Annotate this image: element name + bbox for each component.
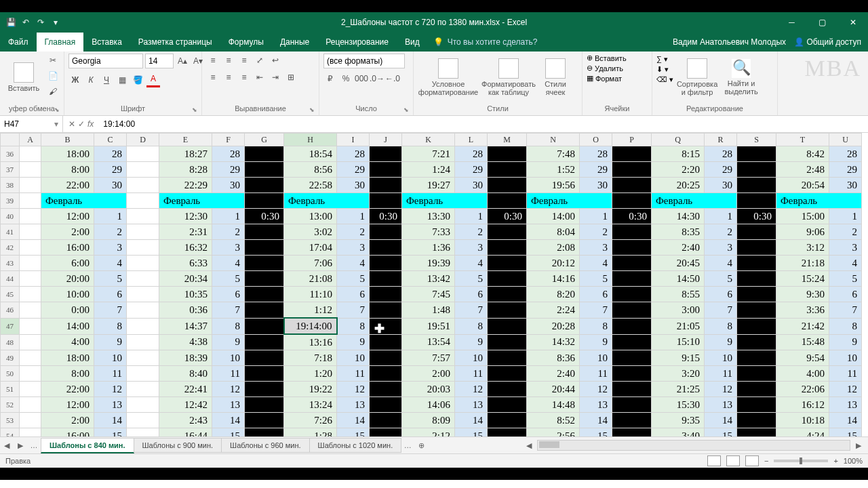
cell[interactable] [245, 146, 284, 162]
cell[interactable] [370, 287, 402, 302]
row-header[interactable]: 38 [1, 178, 20, 193]
autosum-button[interactable]: ∑ ▾ [656, 55, 673, 64]
cell[interactable]: 4:38 [159, 334, 212, 350]
cell[interactable]: 19:22 [284, 382, 337, 397]
delete-cells-button[interactable]: ⊖ Удалить [587, 64, 623, 73]
cell[interactable]: 22:00 [41, 382, 94, 397]
cell[interactable] [20, 209, 41, 224]
new-sheet-button[interactable]: ⊕ [414, 441, 428, 450]
cell[interactable]: 10 [580, 350, 612, 366]
cell[interactable] [20, 318, 41, 334]
cell[interactable]: 3:20 [652, 366, 705, 382]
user-name[interactable]: Вадим Анатольевич Молодых [673, 37, 786, 47]
cell[interactable] [737, 318, 776, 334]
col-header[interactable]: F [212, 134, 245, 146]
cell[interactable]: 19:56 [527, 178, 580, 193]
col-header[interactable]: S [737, 134, 776, 146]
insert-cells-button[interactable]: ⊕ Вставить [587, 54, 627, 62]
cell[interactable]: 4:00 [776, 366, 829, 382]
cell[interactable]: 8:04 [527, 224, 580, 240]
cell[interactable]: 22:06 [776, 382, 829, 397]
cell[interactable]: 30 [829, 178, 862, 193]
cell[interactable]: 30 [705, 178, 737, 193]
cell[interactable] [370, 382, 402, 397]
cell[interactable]: 17:04 [284, 240, 337, 256]
cell[interactable] [612, 397, 652, 413]
sheet-tab[interactable]: Шаблоны с 900 мин. [134, 438, 222, 453]
cell[interactable]: 9:30 [776, 287, 829, 302]
cell[interactable]: 7:33 [402, 224, 455, 240]
cell[interactable]: 13 [337, 397, 370, 413]
cell[interactable] [737, 271, 776, 287]
cell[interactable] [488, 178, 527, 193]
cell[interactable] [20, 287, 41, 302]
cell[interactable] [245, 318, 284, 334]
cell[interactable] [488, 428, 527, 437]
cell[interactable]: 22:00 [41, 178, 94, 193]
cell[interactable]: 7 [705, 302, 737, 319]
cell[interactable] [127, 334, 159, 350]
normal-view-icon[interactable] [707, 455, 721, 466]
cell[interactable] [488, 302, 527, 319]
cell[interactable]: 11:10 [284, 287, 337, 302]
cell[interactable]: 15:10 [652, 334, 705, 350]
cell[interactable]: 10 [212, 350, 245, 366]
cell[interactable]: 19:51 [402, 318, 455, 334]
dec-decimal-icon[interactable]: ←.0 [386, 72, 399, 85]
cell[interactable]: 10 [94, 350, 127, 366]
cell[interactable]: 7 [829, 302, 862, 319]
cell[interactable]: 30 [580, 178, 612, 193]
tab-review[interactable]: Рецензирование [317, 33, 397, 52]
cell[interactable] [370, 366, 402, 382]
cell[interactable]: Февраль [402, 193, 488, 209]
zoom-in-button[interactable]: + [833, 457, 837, 465]
cell[interactable]: 1:28 [284, 428, 337, 437]
indent-inc-icon[interactable]: ⇥ [269, 70, 282, 84]
cell[interactable] [127, 318, 159, 334]
cell[interactable]: 2:40 [527, 366, 580, 382]
formula-input[interactable]: 19:14:00 [99, 119, 868, 129]
cell[interactable]: 13 [705, 397, 737, 413]
cell[interactable]: 16:32 [159, 240, 212, 256]
format-table-button[interactable]: Форматировать как таблицу [481, 54, 536, 101]
cell[interactable]: 21:18 [776, 256, 829, 271]
cell[interactable] [370, 240, 402, 256]
cell[interactable]: 18:27 [159, 146, 212, 162]
cell[interactable]: 10:00 [41, 287, 94, 302]
cell[interactable]: 14:06 [402, 397, 455, 413]
cell[interactable] [245, 178, 284, 193]
cell[interactable]: 7:21 [402, 146, 455, 162]
col-header[interactable]: H [284, 134, 337, 146]
row-header[interactable]: 46 [1, 302, 20, 319]
cell[interactable]: 4 [94, 256, 127, 271]
cell[interactable] [612, 178, 652, 193]
cell[interactable]: 10:18 [776, 413, 829, 428]
cell[interactable] [737, 256, 776, 271]
cell[interactable] [127, 193, 159, 209]
cell[interactable]: 1:36 [402, 240, 455, 256]
fx-icon[interactable]: fx [87, 119, 94, 129]
cell[interactable] [488, 350, 527, 366]
cell[interactable] [737, 162, 776, 178]
cell[interactable] [488, 271, 527, 287]
paste-button[interactable]: Вставить [4, 54, 43, 101]
cell[interactable]: 1:12 [284, 302, 337, 319]
cell[interactable]: 14 [212, 413, 245, 428]
cell[interactable]: 8:40 [159, 366, 212, 382]
tab-layout[interactable]: Разметка страницы [130, 33, 220, 52]
cell[interactable]: 2:00 [402, 366, 455, 382]
cell[interactable]: 15 [580, 428, 612, 437]
row-header[interactable]: 44 [1, 271, 20, 287]
cell[interactable] [737, 240, 776, 256]
cell[interactable] [245, 397, 284, 413]
cell[interactable]: 13:42 [402, 271, 455, 287]
cell[interactable]: 13 [212, 397, 245, 413]
cell[interactable]: 14:48 [527, 397, 580, 413]
cell[interactable]: 15 [212, 428, 245, 437]
cell[interactable] [370, 428, 402, 437]
fill-button[interactable]: ⬇ ▾ [656, 65, 673, 74]
currency-icon[interactable]: ₽ [323, 72, 337, 85]
cell[interactable]: 1 [829, 209, 862, 224]
cell[interactable]: 15 [94, 428, 127, 437]
cell[interactable]: 20:45 [652, 256, 705, 271]
